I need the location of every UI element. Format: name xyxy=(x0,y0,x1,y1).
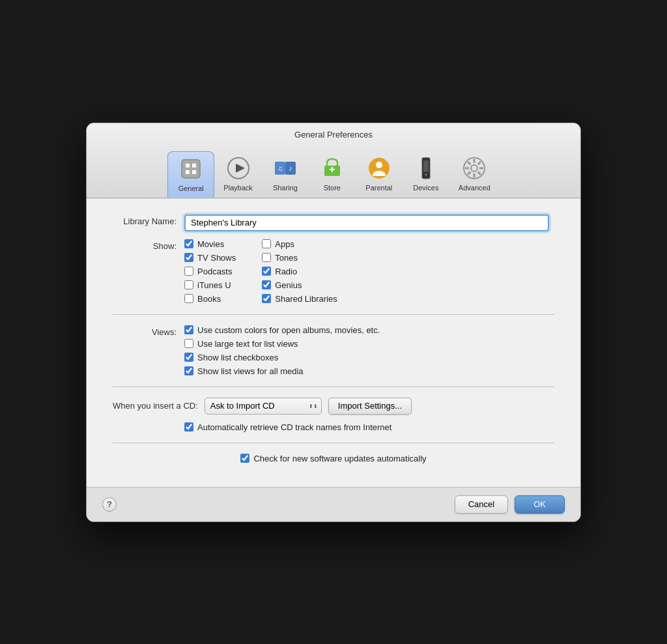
checkbox-custom-colors[interactable] xyxy=(184,325,193,334)
show-row: Show: MoviesTV ShowsPodcastsiTunes UBook… xyxy=(113,239,554,304)
svg-line-22 xyxy=(478,171,481,174)
toolbar-label-sharing: Sharing xyxy=(273,184,298,192)
ok-button[interactable]: OK xyxy=(515,495,565,514)
library-name-label: Library Name: xyxy=(113,214,184,226)
show-checkbox-tv-shows[interactable]: TV Shows xyxy=(184,253,236,263)
software-update-checkbox[interactable] xyxy=(240,454,249,463)
checkbox-label-podcasts: Podcasts xyxy=(197,267,232,276)
views-label: Views: xyxy=(113,325,184,337)
toolbar-item-playback[interactable]: Playback xyxy=(214,151,262,198)
cancel-button[interactable]: Cancel xyxy=(455,495,508,514)
content-area: Library Name: Show: MoviesTV ShowsPodcas… xyxy=(87,198,580,487)
toolbar-label-parental: Parental xyxy=(365,184,392,192)
show-checkbox-books[interactable]: Books xyxy=(184,294,236,304)
show-label: Show: xyxy=(113,239,184,251)
checkbox-label-books: Books xyxy=(197,294,221,304)
software-update-checkbox-item[interactable]: Check for new software updates automatic… xyxy=(240,454,426,463)
general-icon xyxy=(178,156,204,182)
divider-1 xyxy=(113,314,554,315)
checkbox-genius[interactable] xyxy=(262,280,271,289)
checkbox-large-text[interactable] xyxy=(184,339,193,348)
checkbox-label-list-checkboxes: Show list checkboxes xyxy=(197,353,278,362)
checkbox-label-tones: Tones xyxy=(275,253,298,263)
library-name-row: Library Name: xyxy=(113,214,554,231)
checkbox-movies[interactable] xyxy=(184,239,193,248)
toolbar-label-store: Store xyxy=(324,184,341,192)
views-checkbox-large-text[interactable]: Use large text for list views xyxy=(184,339,380,349)
checkbox-label-itunes-u: iTunes U xyxy=(197,280,231,290)
checkbox-label-radio: Radio xyxy=(275,267,297,276)
toolbar-label-playback: Playback xyxy=(223,184,253,192)
bottom-buttons: Cancel OK xyxy=(455,495,565,514)
show-checkbox-podcasts[interactable]: Podcasts xyxy=(184,267,236,276)
views-checkbox-list-checkboxes[interactable]: Show list checkboxes xyxy=(184,353,380,362)
svg-rect-1 xyxy=(186,164,190,168)
auto-retrieve-checkbox-item[interactable]: Automatically retrieve CD track names fr… xyxy=(184,422,391,432)
show-checkbox-shared-libraries[interactable]: Shared Libraries xyxy=(262,294,337,304)
show-left-col: MoviesTV ShowsPodcastsiTunes UBooks xyxy=(184,239,236,304)
parental-icon xyxy=(366,155,392,181)
divider-3 xyxy=(113,443,554,443)
views-checkbox-custom-colors[interactable]: Use custom colors for open albums, movie… xyxy=(184,325,380,335)
cd-row: When you insert a CD: Ask to Import CDIm… xyxy=(113,398,554,415)
toolbar: General Playback ♫ ♪ Sharing Store Paren… xyxy=(87,146,580,198)
show-right-col: AppsTonesRadioGeniusShared Libraries xyxy=(262,239,337,304)
svg-point-18 xyxy=(425,173,427,175)
toolbar-item-sharing[interactable]: ♫ ♪ Sharing xyxy=(262,151,309,198)
svg-text:♪: ♪ xyxy=(289,164,292,172)
show-checkbox-itunes-u[interactable]: iTunes U xyxy=(184,280,236,290)
library-name-input[interactable] xyxy=(184,214,549,231)
checkbox-apps[interactable] xyxy=(262,239,271,248)
checkbox-list-checkboxes[interactable] xyxy=(184,353,193,362)
auto-retrieve-row: Automatically retrieve CD track names fr… xyxy=(184,422,554,432)
show-checkbox-genius[interactable]: Genius xyxy=(262,280,337,290)
toolbar-item-store[interactable]: Store xyxy=(309,151,356,198)
toolbar-label-general: General xyxy=(178,184,204,192)
toolbar-item-parental[interactable]: Parental xyxy=(356,151,403,198)
svg-line-24 xyxy=(468,171,470,174)
devices-icon xyxy=(413,155,439,181)
svg-line-28 xyxy=(478,162,481,164)
svg-rect-2 xyxy=(192,164,196,168)
show-checkbox-movies[interactable]: Movies xyxy=(184,239,236,249)
toolbar-label-devices: Devices xyxy=(413,184,438,192)
toolbar-item-general[interactable]: General xyxy=(167,151,214,198)
show-checkbox-apps[interactable]: Apps xyxy=(262,239,337,249)
sharing-icon: ♫ ♪ xyxy=(272,155,298,181)
toolbar-item-advanced[interactable]: Advanced xyxy=(449,151,500,198)
toolbar-label-advanced: Advanced xyxy=(459,184,490,192)
checkbox-label-apps: Apps xyxy=(275,239,294,249)
checkbox-label-list-views-all: Show list views for all media xyxy=(197,366,304,376)
store-icon xyxy=(319,155,345,181)
checkbox-podcasts[interactable] xyxy=(184,267,193,276)
checkbox-label-custom-colors: Use custom colors for open albums, movie… xyxy=(197,325,380,335)
auto-retrieve-checkbox[interactable] xyxy=(184,422,193,432)
checkbox-list-views-all[interactable] xyxy=(184,366,193,375)
views-row: Views: Use custom colors for open albums… xyxy=(113,325,554,376)
checkbox-tv-shows[interactable] xyxy=(184,253,193,262)
views-checkbox-list-views-all[interactable]: Show list views for all media xyxy=(184,366,380,376)
cd-select-wrapper: Ask to Import CDImport CDImport CD and E… xyxy=(205,398,322,415)
checkbox-radio[interactable] xyxy=(262,267,271,276)
divider-2 xyxy=(113,387,554,387)
checkbox-label-tv-shows: TV Shows xyxy=(197,253,236,263)
show-checkbox-radio[interactable]: Radio xyxy=(262,267,337,276)
svg-rect-0 xyxy=(182,160,200,178)
checkbox-tones[interactable] xyxy=(262,253,271,262)
checkbox-shared-libraries[interactable] xyxy=(262,294,271,303)
checkbox-books[interactable] xyxy=(184,294,193,303)
help-button[interactable]: ? xyxy=(102,497,117,512)
cd-label: When you insert a CD: xyxy=(113,401,198,411)
toolbar-item-devices[interactable]: Devices xyxy=(403,151,449,198)
bottom-bar: ? Cancel OK xyxy=(87,487,580,521)
checkbox-label-genius: Genius xyxy=(275,280,302,290)
show-checkboxes: MoviesTV ShowsPodcastsiTunes UBooks Apps… xyxy=(184,239,337,304)
title-bar: General Preferences General Playback ♫ ♪… xyxy=(87,123,580,198)
cd-select[interactable]: Ask to Import CDImport CDImport CD and E… xyxy=(205,398,322,415)
checkbox-itunes-u[interactable] xyxy=(184,280,193,289)
show-checkbox-tones[interactable]: Tones xyxy=(262,253,337,263)
advanced-icon xyxy=(461,155,487,181)
import-settings-button[interactable]: Import Settings... xyxy=(328,398,412,415)
svg-point-15 xyxy=(376,162,382,168)
svg-rect-3 xyxy=(186,170,190,174)
